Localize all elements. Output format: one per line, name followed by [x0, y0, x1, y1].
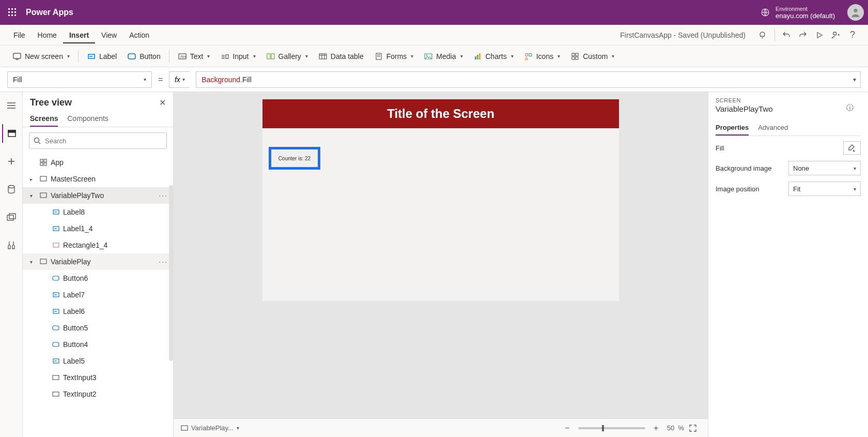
- menu-file[interactable]: File: [7, 27, 32, 43]
- chevron-right-icon[interactable]: ▸: [30, 176, 36, 182]
- property-selector[interactable]: Fill ▾: [7, 71, 152, 88]
- main-area: Tree view ✕ Screens Components App ▸ Mas…: [0, 92, 868, 437]
- zoom-in-button[interactable]: +: [650, 424, 662, 433]
- screen-canvas[interactable]: Title of the Screen Counter is: 22: [262, 99, 619, 301]
- counter-label[interactable]: Counter is: 22: [269, 147, 320, 170]
- more-icon[interactable]: ···: [159, 258, 168, 266]
- svg-rect-8: [14, 14, 16, 16]
- tab-properties[interactable]: Properties: [716, 120, 749, 135]
- menu-view[interactable]: View: [95, 27, 123, 43]
- tree-item-variableplaytwo[interactable]: ▾ VariablePlayTwo ···: [23, 187, 173, 204]
- screen-title-bar[interactable]: Title of the Screen: [262, 99, 619, 128]
- insert-rail-icon[interactable]: [2, 152, 21, 171]
- imgpos-select[interactable]: Fit ▾: [788, 182, 861, 196]
- tree-item-label7[interactable]: Label7: [23, 287, 173, 303]
- zoom-thumb[interactable]: [602, 425, 604, 431]
- menu-home[interactable]: Home: [32, 27, 63, 43]
- fx-button[interactable]: fx ▾: [169, 71, 190, 88]
- tree-item-label6[interactable]: Label6: [23, 303, 173, 320]
- counter-text: Counter is: 22: [278, 156, 311, 161]
- tree-item-rectangle1-4[interactable]: Rectangle1_4: [23, 237, 173, 253]
- prop-kind: SCREEN: [716, 97, 861, 103]
- tree-item-textinput3[interactable]: TextInput3: [23, 369, 173, 386]
- tree-item-label5[interactable]: Label5: [23, 353, 173, 369]
- insert-input-button[interactable]: Input ▾: [215, 49, 260, 64]
- breadcrumb[interactable]: VariablePlay... ▾: [181, 424, 239, 432]
- environment-block[interactable]: Environment enayu.com (default): [776, 5, 835, 20]
- insert-datatable-button[interactable]: Data table: [313, 49, 369, 64]
- prop-row-imgpos: Image position Fit ▾: [716, 182, 861, 196]
- canvas-stage[interactable]: Title of the Screen Counter is: 22: [174, 92, 708, 418]
- tree-item-label1-4[interactable]: Label1_4: [23, 220, 173, 237]
- insert-custom-button[interactable]: Custom ▾: [565, 49, 619, 64]
- tree-item-label: App: [51, 158, 64, 167]
- tree-item-button5[interactable]: Button5: [23, 320, 173, 336]
- close-icon[interactable]: ✕: [159, 98, 166, 108]
- media-rail-icon[interactable]: [2, 208, 21, 227]
- insert-gallery-button[interactable]: Gallery ▾: [261, 49, 313, 64]
- top-bar: Power Apps Environment enayu.com (defaul…: [0, 0, 868, 25]
- tree-view-icon[interactable]: [2, 124, 21, 143]
- tree-item-textinput2[interactable]: TextInput2: [23, 386, 173, 402]
- bgimage-select[interactable]: None ▾: [788, 161, 861, 175]
- app-launcher-icon[interactable]: [4, 4, 21, 21]
- svg-line-56: [39, 142, 40, 144]
- zoom-slider[interactable]: [578, 427, 645, 429]
- zoom-out-button[interactable]: −: [562, 424, 573, 433]
- tree-scrollbar[interactable]: [169, 185, 173, 361]
- insert-charts-button[interactable]: Charts ▾: [468, 49, 519, 64]
- more-icon[interactable]: ···: [159, 191, 168, 200]
- svg-rect-26: [319, 54, 327, 59]
- avatar[interactable]: [847, 4, 864, 21]
- tree-item-app[interactable]: App: [23, 154, 173, 171]
- insert-icons-button[interactable]: Icons ▾: [519, 49, 565, 64]
- ribbon: New screen ▾ Label Button Abc Text ▾ Inp…: [0, 46, 868, 67]
- environment-icon[interactable]: [758, 5, 772, 20]
- tab-screens[interactable]: Screens: [30, 111, 58, 127]
- insert-media-button[interactable]: Media ▾: [419, 49, 468, 64]
- tree-item-variableplay[interactable]: ▾ VariablePlay ···: [23, 253, 173, 270]
- svg-rect-3: [8, 11, 10, 13]
- app-checker-icon[interactable]: [755, 27, 771, 43]
- custom-icon: [570, 52, 580, 61]
- formula-input[interactable]: Background.Fill ▾: [196, 71, 861, 88]
- tab-components[interactable]: Components: [67, 111, 108, 127]
- chevron-down-icon: ▾: [854, 186, 856, 192]
- tree-item-button4[interactable]: Button4: [23, 336, 173, 353]
- tree-search[interactable]: [29, 132, 167, 149]
- help-icon[interactable]: ?: [844, 27, 861, 43]
- svg-rect-7: [11, 14, 13, 16]
- menu-insert[interactable]: Insert: [63, 27, 95, 43]
- share-icon[interactable]: [828, 27, 844, 43]
- fit-to-window-icon[interactable]: [689, 425, 701, 432]
- tools-rail-icon[interactable]: [2, 236, 21, 254]
- hamburger-icon[interactable]: [2, 96, 21, 115]
- tree-item-masterscreen[interactable]: ▸ MasterScreen: [23, 171, 173, 187]
- tab-advanced[interactable]: Advanced: [758, 120, 788, 135]
- tree-search-input[interactable]: [45, 137, 162, 145]
- tree-item-label8[interactable]: Label8: [23, 204, 173, 220]
- new-screen-button[interactable]: New screen ▾: [7, 49, 75, 64]
- insert-forms-button[interactable]: Forms ▾: [369, 49, 419, 64]
- chevron-down-icon: ▾: [557, 53, 560, 59]
- chevron-down-icon[interactable]: ▾: [30, 259, 36, 265]
- info-icon[interactable]: ⓘ: [846, 103, 854, 113]
- insert-button-button[interactable]: Button: [122, 49, 165, 64]
- undo-icon[interactable]: [778, 27, 795, 43]
- redo-icon[interactable]: [795, 27, 811, 43]
- play-icon[interactable]: [811, 27, 828, 43]
- svg-point-10: [854, 9, 857, 12]
- chevron-down-icon[interactable]: ▾: [30, 193, 36, 199]
- insert-text-button[interactable]: Abc Text ▾: [173, 49, 215, 64]
- data-rail-icon[interactable]: [2, 180, 21, 199]
- chevron-down-icon: ▾: [305, 53, 308, 59]
- menu-action[interactable]: Action: [123, 27, 156, 43]
- svg-point-52: [8, 186, 14, 188]
- tree-item-button6[interactable]: Button6: [23, 270, 173, 287]
- button-icon: [52, 340, 60, 349]
- property-selector-value: Fill: [13, 76, 22, 84]
- fill-color-picker[interactable]: [843, 141, 861, 155]
- svg-rect-39: [529, 53, 532, 56]
- insert-label-button[interactable]: Label: [82, 49, 122, 64]
- expand-formula-icon[interactable]: ▾: [853, 76, 856, 83]
